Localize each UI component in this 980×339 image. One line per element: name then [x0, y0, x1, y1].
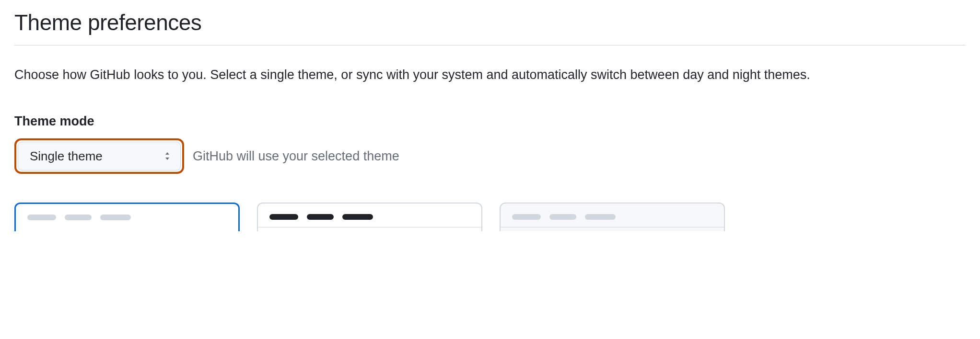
theme-mode-select[interactable]: Single theme	[18, 142, 181, 170]
theme-mode-hint: GitHub will use your selected theme	[193, 149, 399, 164]
preview-pill	[549, 214, 576, 220]
theme-card-preview-header	[501, 203, 724, 227]
theme-card-muted[interactable]	[500, 203, 725, 231]
preview-pill	[585, 214, 616, 220]
theme-description: Choose how GitHub looks to you. Select a…	[14, 65, 925, 85]
preview-pill	[269, 214, 298, 220]
theme-card-dark[interactable]	[257, 203, 482, 231]
preview-pill	[307, 214, 334, 220]
theme-card-preview-header	[16, 204, 238, 228]
preview-pill	[342, 214, 373, 220]
theme-mode-select-wrap: Single theme	[18, 142, 181, 170]
theme-card-light-selected[interactable]	[14, 203, 240, 231]
theme-card-preview-header	[258, 203, 481, 227]
preview-pill	[100, 215, 131, 220]
preview-pill	[65, 215, 92, 220]
preview-pill	[27, 215, 56, 220]
page-title: Theme preferences	[14, 10, 966, 45]
theme-mode-label: Theme mode	[14, 114, 966, 129]
theme-mode-highlight: Single theme	[14, 138, 184, 174]
theme-cards	[14, 203, 966, 231]
theme-mode-row: Single theme GitHub will use your select…	[14, 138, 966, 174]
preview-pill	[512, 214, 541, 220]
